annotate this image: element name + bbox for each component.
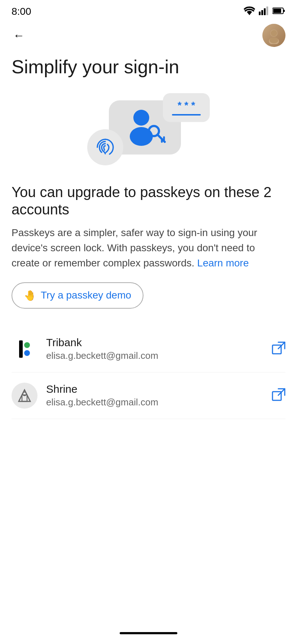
password-bubble: * * * xyxy=(163,93,210,122)
status-bar: 8:00 xyxy=(0,0,297,20)
description: Passkeys are a simpler, safer way to sig… xyxy=(12,225,285,271)
password-dots: * * * xyxy=(178,100,195,111)
hero-illustration: * * * xyxy=(12,90,285,169)
back-button[interactable]: ← xyxy=(9,25,29,45)
password-dot-1: * xyxy=(178,100,182,111)
fingerprint-bubble xyxy=(87,129,123,165)
person-key-icon xyxy=(121,108,168,147)
svg-rect-1 xyxy=(261,10,263,15)
demo-button[interactable]: 🤚 Try a passkey demo xyxy=(12,282,143,309)
page-title: Simplify your sign-in xyxy=(12,56,285,78)
password-dot-2: * xyxy=(185,100,189,111)
shrine-external-link-icon xyxy=(272,388,285,403)
password-dot-3: * xyxy=(191,100,195,111)
illustration-container: * * * xyxy=(87,93,210,165)
tribank-info: Tribank elisa.g.beckett@gmail.com xyxy=(46,336,272,361)
tribank-logo-inner xyxy=(19,340,30,358)
tribank-dot-blue xyxy=(24,350,30,356)
shrine-logo xyxy=(12,383,37,409)
upgrade-heading: You can upgrade to passkeys on these 2 a… xyxy=(12,183,285,218)
svg-rect-2 xyxy=(264,8,266,15)
top-nav: ← xyxy=(0,20,297,51)
tribank-dot-green xyxy=(24,342,30,348)
svg-rect-3 xyxy=(266,6,268,15)
hand-wave-icon: 🤚 xyxy=(24,290,36,301)
demo-button-text: Try a passkey demo xyxy=(41,290,131,301)
svg-point-10 xyxy=(270,38,278,43)
fingerprint-icon xyxy=(94,136,116,158)
tribank-email: elisa.g.beckett@gmail.com xyxy=(46,350,272,361)
svg-rect-0 xyxy=(259,12,261,15)
account-list: Tribank elisa.g.beckett@gmail.com xyxy=(12,326,285,419)
shrine-info: Shrine elisa.g.beckett@gmail.com xyxy=(46,383,272,408)
svg-point-11 xyxy=(133,110,149,126)
tribank-bar xyxy=(19,340,23,358)
signal-icon xyxy=(259,6,269,17)
tribank-external-link-icon xyxy=(272,341,285,357)
status-time: 8:00 xyxy=(12,6,31,17)
shrine-email: elisa.g.beckett@gmail.com xyxy=(46,397,272,408)
tribank-dots xyxy=(24,342,30,356)
account-item-shrine[interactable]: Shrine elisa.g.beckett@gmail.com xyxy=(12,373,285,419)
wifi-icon xyxy=(244,6,255,17)
svg-rect-5 xyxy=(273,9,281,13)
tribank-name: Tribank xyxy=(46,336,272,349)
tribank-logo xyxy=(12,336,37,362)
learn-more-link[interactable]: Learn more xyxy=(197,257,249,269)
avatar-image xyxy=(262,24,285,47)
account-item-tribank[interactable]: Tribank elisa.g.beckett@gmail.com xyxy=(12,326,285,373)
main-content: Simplify your sign-in * xyxy=(0,51,297,431)
password-line xyxy=(172,114,201,116)
avatar[interactable] xyxy=(262,24,285,47)
svg-rect-6 xyxy=(283,10,285,12)
shrine-icon xyxy=(17,388,32,404)
back-arrow-icon: ← xyxy=(13,29,25,42)
shrine-name: Shrine xyxy=(46,383,272,395)
home-indicator xyxy=(120,632,177,634)
bottom-bar xyxy=(0,622,297,644)
status-icons xyxy=(244,6,285,17)
svg-point-9 xyxy=(271,30,277,36)
battery-icon xyxy=(272,7,285,16)
